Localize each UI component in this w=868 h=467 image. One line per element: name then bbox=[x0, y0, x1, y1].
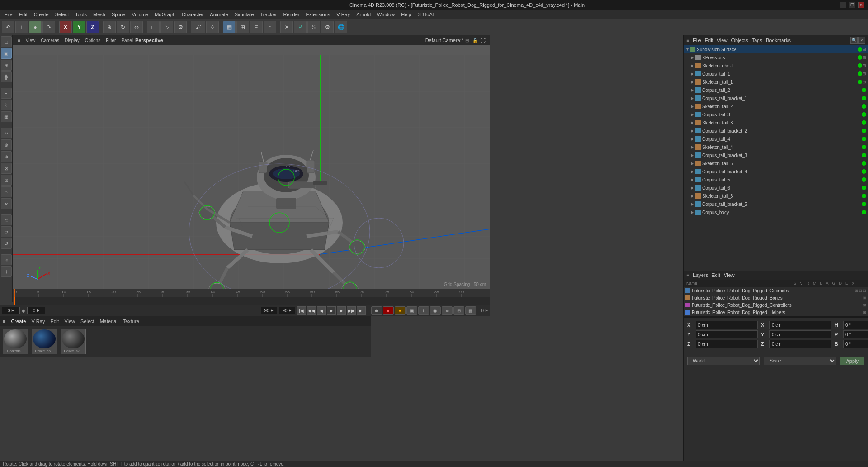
menu-tracker[interactable]: Tracker bbox=[258, 11, 280, 18]
menu-spline[interactable]: Spline bbox=[109, 11, 128, 18]
menu-tools[interactable]: Tools bbox=[72, 11, 90, 18]
vp-lock-btn[interactable]: 🔒 bbox=[472, 37, 479, 44]
layer-geometry[interactable]: Futuristic_Police_Robot_Dog_Rigged_Geome… bbox=[684, 287, 868, 295]
obj-skeleton-chest[interactable]: ▶ Skeleton_chest ⊞ bbox=[684, 62, 868, 70]
coord-y-pos[interactable] bbox=[696, 330, 758, 338]
material-item-3[interactable]: Police_sk... bbox=[61, 329, 86, 354]
obj-eye-xp[interactable]: ⊞ bbox=[863, 55, 866, 60]
tool-magnet[interactable]: ⊛ bbox=[1, 139, 12, 150]
menu-extensions[interactable]: Extensions bbox=[303, 11, 333, 18]
coord-z-pos[interactable] bbox=[696, 340, 758, 348]
playback-prev-frame[interactable]: ◀◀ bbox=[307, 306, 316, 315]
timeline-track[interactable] bbox=[14, 297, 490, 305]
coord-scale-y[interactable] bbox=[769, 330, 831, 338]
obj-panel-search[interactable]: 🔍 bbox=[850, 37, 858, 44]
coord-scale-x[interactable] bbox=[769, 321, 831, 329]
vp-menu-filter[interactable]: Filter bbox=[104, 37, 118, 44]
toolbar-mode-z[interactable]: Z bbox=[86, 21, 99, 33]
mat-tab-material[interactable]: Material bbox=[100, 319, 118, 324]
tool-bevel[interactable]: ⌓ bbox=[1, 186, 12, 197]
obj-corpus-tail-2[interactable]: ▶ Corpus_tail_2 bbox=[684, 86, 868, 94]
tool-extrude[interactable]: ⊠ bbox=[1, 163, 12, 174]
tool-model-mode[interactable]: ◻ bbox=[1, 36, 12, 47]
transport-grid[interactable]: ⊞ bbox=[453, 306, 464, 315]
toolbar-cfg[interactable]: ⚙ bbox=[321, 21, 334, 33]
obj-corpus-tail-bracket-4[interactable]: ▶ Corpus_tail_bracket_4 bbox=[684, 167, 868, 176]
toolbar-settings[interactable]: ⚙ bbox=[174, 21, 187, 33]
obj-eye-st1[interactable]: ⊞ bbox=[863, 80, 866, 84]
frame-start-input[interactable] bbox=[2, 307, 20, 314]
obj-vis-subdiv[interactable] bbox=[858, 47, 862, 52]
coord-rot-b[interactable] bbox=[843, 340, 868, 348]
menu-render[interactable]: Render bbox=[280, 11, 302, 18]
menu-3dtoall[interactable]: 3DToAll bbox=[415, 11, 438, 18]
obj-corpus-tail-5[interactable]: ▶ Corpus_tail_5 bbox=[684, 176, 868, 184]
mat-tab-view[interactable]: View bbox=[64, 319, 75, 324]
window-controls[interactable]: — ❐ ✕ bbox=[840, 2, 864, 8]
tool-edit-mode[interactable]: ▣ bbox=[1, 48, 12, 59]
frame-preview-end[interactable] bbox=[279, 307, 295, 314]
frame-current-input[interactable] bbox=[27, 307, 45, 314]
obj-corpus-tail-bracket-5[interactable]: ▶ Corpus_tail_bracket_5 bbox=[684, 200, 868, 208]
mat-tab-create[interactable]: Create bbox=[11, 319, 26, 324]
vp-menu-options[interactable]: Options bbox=[83, 37, 103, 44]
menu-file[interactable]: File bbox=[2, 11, 15, 18]
transport-morph[interactable]: ≋ bbox=[442, 306, 453, 315]
obj-corpus-tail-6[interactable]: ▶ Corpus_tail_6 bbox=[684, 184, 868, 192]
obj-vis-st1[interactable] bbox=[858, 80, 862, 84]
obj-panel-menu-toggle[interactable]: ≡ bbox=[686, 37, 689, 43]
obj-corpus-tail-bracket-2[interactable]: ▶ Corpus_tail_bracket_2 bbox=[684, 127, 868, 135]
object-list[interactable]: ▼ Subdivision Surface ⊞ ▶ XPressions ⊞ ▶… bbox=[684, 45, 868, 271]
apply-button[interactable]: Apply bbox=[840, 357, 864, 365]
toolbar-deform[interactable]: ⌂ bbox=[264, 21, 276, 33]
playback-next[interactable]: ▶ bbox=[337, 306, 346, 315]
menu-mograph[interactable]: MoGraph bbox=[152, 11, 178, 18]
obj-corpus-tail-bracket-3[interactable]: ▶ Corpus_tail_bracket_3 bbox=[684, 151, 868, 159]
tool-loop[interactable]: ⊂ bbox=[1, 214, 12, 225]
menu-simulate[interactable]: Simulate bbox=[232, 11, 257, 18]
toolbar-poly[interactable]: ▦ bbox=[223, 21, 236, 33]
mat-tab-edit[interactable]: Edit bbox=[50, 319, 59, 324]
obj-panel-bookmarks[interactable]: Bookmarks bbox=[766, 38, 791, 43]
obj-skeleton-tail-4[interactable]: ▶ Skeleton_tail_4 bbox=[684, 143, 868, 151]
layer-bones[interactable]: Futuristic_Police_Robot_Dog_Rigged_Bones… bbox=[684, 294, 868, 301]
toolbar-grid[interactable]: ⊟ bbox=[250, 21, 263, 33]
transport-record[interactable]: ● bbox=[383, 306, 394, 315]
obj-eye-subdiv[interactable]: ⊞ bbox=[863, 47, 866, 52]
coord-x-pos[interactable] bbox=[696, 321, 758, 329]
layers-view[interactable]: View bbox=[724, 272, 735, 278]
tool-edges[interactable]: ⌇ bbox=[1, 100, 12, 110]
toolbar-mode-x[interactable]: X bbox=[59, 21, 72, 33]
toolbar-undo[interactable]: ↶ bbox=[2, 21, 14, 33]
toolbar-play[interactable]: ▷ bbox=[160, 21, 173, 33]
toolbar-python[interactable]: P bbox=[294, 21, 307, 33]
menu-help[interactable]: Help bbox=[398, 11, 414, 18]
transport-clip[interactable]: ▦ bbox=[465, 306, 476, 315]
mat-tab-texture[interactable]: Texture bbox=[123, 319, 139, 324]
menu-create[interactable]: Create bbox=[31, 11, 52, 18]
tool-inset[interactable]: ⊡ bbox=[1, 175, 12, 186]
toolbar-script[interactable]: S bbox=[307, 21, 320, 33]
obj-toggle-subdiv[interactable]: ▼ bbox=[685, 47, 690, 52]
obj-eye-ct1[interactable]: ⊞ bbox=[863, 71, 866, 76]
menu-edit[interactable]: Edit bbox=[16, 11, 30, 18]
tool-relax[interactable]: ⊹ bbox=[1, 266, 12, 277]
vp-menu-toggle[interactable]: ≡ bbox=[15, 37, 23, 44]
obj-corpus-body[interactable]: ▶ Corpus_body bbox=[684, 208, 868, 216]
toolbar-rotate[interactable]: ↻ bbox=[117, 21, 129, 33]
obj-skeleton-tail-3[interactable]: ▶ Skeleton_tail_3 bbox=[684, 119, 868, 127]
mat-menu-toggle[interactable]: ≡ bbox=[3, 319, 5, 324]
obj-toggle-xp[interactable]: ▶ bbox=[691, 55, 695, 60]
scene-area[interactable]: Ears ⟋⟋⟋ X Y Z Grid Spacing : 50 cm bbox=[13, 45, 490, 289]
obj-subdivision-surface[interactable]: ▼ Subdivision Surface ⊞ bbox=[684, 45, 868, 53]
toolbar-sculpt[interactable]: ◊ bbox=[206, 21, 219, 33]
obj-eye-sc[interactable]: ⊞ bbox=[863, 63, 866, 68]
obj-xpressions[interactable]: ▶ XPressions ⊞ bbox=[684, 53, 868, 62]
transport-pose[interactable]: ◉ bbox=[430, 306, 441, 315]
layer-controllers[interactable]: Futuristic_Police_Robot_Dog_Rigged_Contr… bbox=[684, 301, 868, 309]
obj-panel-file[interactable]: File bbox=[693, 38, 701, 43]
tool-weld[interactable]: ⊕ bbox=[1, 151, 12, 162]
toolbar-net[interactable]: 🌐 bbox=[335, 21, 347, 33]
obj-toggle-st1[interactable]: ▶ bbox=[691, 80, 695, 84]
vp-menu-panel[interactable]: Panel bbox=[119, 37, 135, 44]
